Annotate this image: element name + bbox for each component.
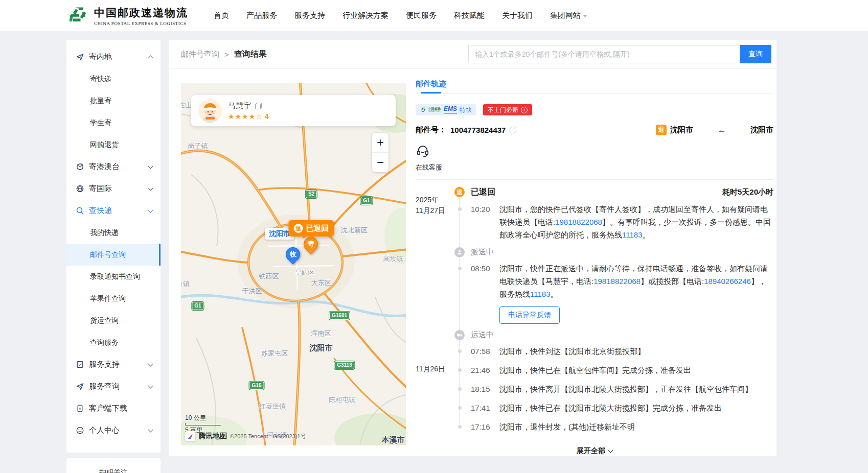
courier-avatar [198,99,222,123]
sidebar-item-客户端下载[interactable]: 客户端下载 [66,397,161,419]
sidebar-item-学生寄[interactable]: 学生寄 [66,112,161,134]
clipboard-icon [76,360,84,369]
copy-courier-name-icon[interactable] [255,103,262,109]
search-icon [76,206,84,215]
timeline-date [416,262,448,330]
sidebar-item-苹果件查询[interactable]: 苹果件查询 [66,288,161,310]
brand-logo[interactable]: 中国邮政速递物流 CHINA POSTAL EXPRESS & LOGISTIC… [66,5,188,27]
phone-link[interactable]: 19818822068 [555,218,602,226]
timeline-status: 派送中 [471,247,494,257]
map-place-label: 高坎镇 [383,254,403,264]
phone-link[interactable]: 11183 [622,230,643,239]
expand-all-button[interactable]: 展开全部 [416,446,773,456]
map-place-label: 陈相屯镇 [329,395,355,405]
returned-badge-icon: 退 [294,224,303,233]
promise-badge[interactable]: 不上门必赔 i [483,104,532,115]
map-place-label: 于洪区 [242,287,262,296]
sidebar-item-个人中心[interactable]: 个人中心 [66,419,161,441]
sidebar-item-label: 批量寄 [90,97,152,106]
search-button[interactable]: 查询 [740,45,771,63]
map-canvas[interactable]: 蛇山岗子镇沈北新区高坎镇铁西区皇姑区大东区于洪区台镇浑南区沈阳市苏家屯区红菱堡镇… [181,83,406,445]
nav-item-0[interactable]: 首页 [214,11,229,20]
nav-item-3[interactable]: 行业解决方案 [342,11,389,20]
chevron-down-icon [148,163,153,169]
nav-item-6[interactable]: 关于我们 [502,11,533,20]
zoom-out-button[interactable]: − [372,153,389,172]
box-icon [76,162,84,171]
nav-item-2[interactable]: 服务支持 [294,11,325,20]
sidebar-item-label: 邮件号查询 [90,250,151,259]
event-time: 17:41 [471,401,499,414]
map-place-label: 大东区 [311,278,331,288]
sidebar-item-label: 寄港澳台 [89,162,149,172]
copy-mail-number-icon[interactable] [510,127,516,133]
route-arrow-icon: ← [718,125,726,135]
sidebar-menu: 寄内地寄快递批量寄学生寄网购退货寄港澳台寄国际查快递我的快递邮件号查询录取通知书… [66,40,161,453]
china-post-logo-icon [66,5,89,27]
sidebar-item-label: 学生寄 [90,119,152,128]
china-post-mini-logo-icon: 中国邮政 CHINA POST [420,107,441,113]
sidebar-item-货运查询[interactable]: 货运查询 [66,310,161,332]
courier-rating: ★★★★☆4 [228,112,269,121]
elapsed-time: 耗时5天20小时 [722,187,773,197]
event-message: 沈阳市，快件已在【航空包件车间】完成分拣，准备发出 [499,364,773,376]
phone-icon [76,404,84,413]
breadcrumb-parent[interactable]: 邮件号查询 [181,50,219,59]
status-person-icon [454,247,465,257]
event-message: 沈阳市，快件离开【沈阳市北陵大街揽投部】，正在发往【航空包件车间】 [499,383,773,395]
nav-item-7[interactable]: 集团网站 [550,11,586,20]
service-type-badge: 中国邮政 CHINA POST EMS 特快 [416,104,476,115]
sidebar-item-查快递[interactable]: 查快递 [66,200,161,222]
tracking-number-input[interactable] [468,45,740,63]
phone-link[interactable]: 11183 [530,290,551,298]
timeline-dot [458,387,462,391]
sidebar-item-邮件号查询[interactable]: 邮件号查询 [66,244,161,266]
nav-item-5[interactable]: 科技赋能 [454,11,485,20]
nav-item-1[interactable]: 产品服务 [246,11,277,20]
breadcrumb-current: 查询结果 [234,49,267,60]
map-place-label: 沈北新区 [341,226,368,235]
info-icon[interactable]: i [521,107,528,113]
route-summary: 退 沈阳市 ← 沈阳市 [656,125,773,135]
chevron-down-icon [148,361,153,366]
sidebar-item-服务支持[interactable]: 服务支持 [66,353,161,375]
tracking-panel: 邮件轨迹 中国邮政 CHINA POST EMS 特快 [416,69,773,456]
map-status-bubble[interactable]: 退 已退回 [289,220,334,236]
timeline-date [416,345,448,364]
map-place-label: 皇姑区 [295,268,315,277]
map-place-label: 台镇 [181,279,190,289]
phone-feedback-button[interactable]: 电话异常反馈 [499,306,560,324]
sidebar-item-label: 货运查询 [90,316,152,325]
tab-mail-trace[interactable]: 邮件轨迹 [416,79,446,93]
globe-icon [76,184,84,193]
returned-square-badge: 退 [656,125,667,135]
sidebar-item-我的快递[interactable]: 我的快递 [66,222,161,244]
zoom-in-button[interactable]: + [372,133,389,152]
map-place-label: 蛇山 [181,101,192,110]
phone-link[interactable]: 19818822068 [593,277,641,286]
sidebar-item-寄国际[interactable]: 寄国际 [66,178,161,200]
sidebar-item-label: 苹果件查询 [90,294,152,303]
sidebar-item-查询服务[interactable]: 查询服务 [66,332,161,353]
ems-logo: EMS [444,106,457,113]
timeline-dot [458,406,462,410]
chevron-down-icon [148,207,153,212]
breadcrumb: 邮件号查询 > 查询结果 [181,49,267,60]
sidebar-item-批量寄[interactable]: 批量寄 [66,90,161,112]
sidebar-item-录取通知书查询[interactable]: 录取通知书查询 [66,266,161,288]
sidebar-item-网购退货[interactable]: 网购退货 [66,134,161,156]
sidebar-item-寄港澳台[interactable]: 寄港澳台 [66,156,161,178]
road-shield-G15: G15 [249,382,264,390]
status-truck-icon [454,330,465,340]
road-shield-G3113: G3113 [334,361,354,369]
nav-item-4[interactable]: 便民服务 [406,11,437,20]
sidebar-item-寄内地[interactable]: 寄内地 [66,46,161,68]
sidebar-item-寄快递[interactable]: 寄快递 [66,68,161,90]
courier-card[interactable]: 马慧宇 ★★★★☆4 [191,95,396,126]
phone-link[interactable]: 18940266246 [704,277,751,286]
top-header: 中国邮政速递物流 CHINA POSTAL EXPRESS & LOGISTIC… [0,0,868,32]
chevron-down-icon [583,13,587,16]
sidebar-item-服务查询[interactable]: 服务查询 [66,375,161,397]
sidebar-item-label: 网购退货 [90,140,152,150]
online-service[interactable]: 在线客服 [416,144,773,172]
